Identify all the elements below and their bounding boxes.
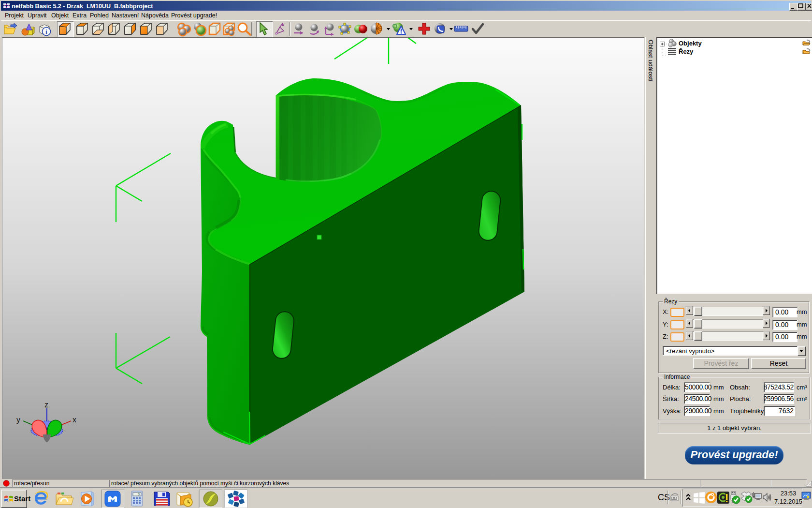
svg-text:z: z <box>44 401 48 409</box>
svg-text:y: y <box>16 416 20 424</box>
svg-text:x: x <box>72 416 76 424</box>
svg-text:0: 0 <box>138 493 140 496</box>
